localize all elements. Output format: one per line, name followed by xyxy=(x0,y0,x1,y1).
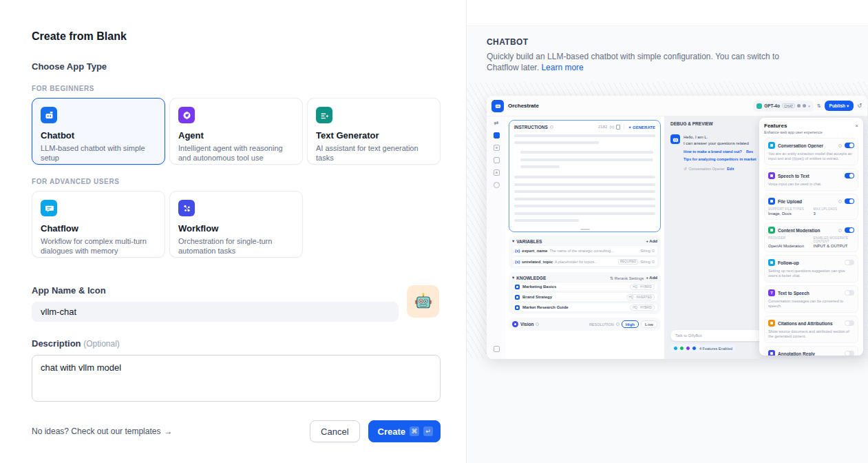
chatflow-icon xyxy=(41,200,57,216)
add-knowledge-button: + Add xyxy=(646,276,657,280)
rail-globe-icon xyxy=(494,182,500,188)
app-type-card-chatbot[interactable]: Chatbot LLM-based chatbot with simple se… xyxy=(32,98,165,165)
feature-card-conversation-opener: Conversation Opener You are an entity ex… xyxy=(764,138,858,165)
info-icon xyxy=(838,229,842,232)
opener-feature-icon xyxy=(673,346,678,351)
vision-row: Vision RESOLUTION High Low xyxy=(509,318,661,331)
create-button[interactable]: Create ⌘ ↵ xyxy=(368,420,441,442)
preview-header: Orchestrate GPT-4o CHAT ▾ ⇅ Publish ▾ ↺ xyxy=(487,96,867,116)
app-name-label: App Name & Icon xyxy=(32,285,399,296)
cancel-button[interactable]: Cancel xyxy=(310,420,359,442)
follow-up-icon xyxy=(768,259,775,266)
features-enabled-badge: 4 Features Enabled xyxy=(670,344,735,352)
app-type-card-workflow[interactable]: Workflow Orchestration for single-turn a… xyxy=(169,191,303,258)
model-provider-icon xyxy=(756,103,762,109)
text-to-speech-icon: T xyxy=(768,289,775,296)
feature-card-follow-up: Follow-up Setting up next questions sugg… xyxy=(764,255,858,282)
variable-row: {x} expert_name The name of the strategi… xyxy=(512,246,657,255)
resolution-high-option: High xyxy=(622,320,639,328)
chatbot-icon xyxy=(41,107,57,123)
templates-link[interactable]: No ideas? Check out our templates → xyxy=(32,426,172,436)
toggle-off xyxy=(845,290,854,296)
app-type-desc: Orchestration for single-turn automation… xyxy=(178,236,294,256)
info-icon xyxy=(616,322,620,326)
chat-input: Talk to DifyBot xyxy=(670,330,772,341)
app-type-name: Workflow xyxy=(178,223,294,234)
feature-card-annotation-reply: Annotation Reply xyxy=(764,346,858,356)
bot-greeting: Hello, I am L. I can answer your questio… xyxy=(684,134,756,146)
toggle-on xyxy=(845,227,854,233)
feature-card-content-moderation: Content Moderation PROVIDER ENABLED MODE… xyxy=(764,223,858,252)
info-icon xyxy=(838,144,842,147)
enter-key-icon: ↵ xyxy=(423,426,433,436)
conversation-opener-icon xyxy=(768,142,775,149)
edit-link: Edit xyxy=(727,167,734,171)
robot-emoji-icon xyxy=(414,292,433,311)
rail-notes-icon xyxy=(494,169,500,176)
choose-app-type-heading: Choose App Type xyxy=(32,61,441,72)
chevron-down-icon: ▾ xyxy=(808,104,810,108)
bot-avatar-icon xyxy=(670,134,680,144)
rail-expand-icon xyxy=(494,346,500,352)
toggle-on xyxy=(845,198,854,204)
feature-card-text-to-speech: T Text to Speech Conversation messages c… xyxy=(764,285,858,313)
app-type-card-text-generator[interactable]: Text Generator AI assistant for text gen… xyxy=(307,98,441,165)
info-icon xyxy=(536,322,539,326)
top-strip xyxy=(467,0,868,26)
toggle-on xyxy=(845,143,854,148)
description-input[interactable]: chat with vllm model xyxy=(32,355,441,402)
content-moderation-icon xyxy=(768,227,775,234)
modal-footer: No ideas? Check out our templates → Canc… xyxy=(32,420,441,442)
preview-hatch-area: Orchestrate GPT-4o CHAT ▾ ⇅ Publish ▾ ↺ xyxy=(467,82,868,359)
annotation-reply-icon xyxy=(768,350,775,356)
publish-button: Publish ▾ xyxy=(825,101,854,111)
orchestrate-title: Orchestrate xyxy=(508,103,753,109)
toggle-off xyxy=(845,320,854,326)
caret-icon: ▾ xyxy=(512,238,514,244)
vision-icon xyxy=(512,321,518,327)
info-icon xyxy=(838,200,842,203)
knowledge-section: ▾ KNOWLEDGE ⇅ Rerank Settings + Add Mark… xyxy=(509,272,661,314)
toggle-off xyxy=(845,351,854,356)
instructions-label: INSTRUCTIONS xyxy=(514,125,548,130)
features-panel: Features × Enhance web app user experien… xyxy=(759,118,863,356)
group-label-advanced: FOR ADVANCED USERS xyxy=(32,178,441,185)
caret-icon: ▾ xyxy=(512,275,514,280)
app-type-card-chatflow[interactable]: Chatflow Workflow for complex multi-turn… xyxy=(32,191,165,258)
app-type-name: Chatbot xyxy=(41,130,156,141)
app-type-desc: Intelligent agent with reasoning and aut… xyxy=(178,143,294,163)
feature-card-citations: Citations and Attributions Show source d… xyxy=(764,316,858,343)
tune-icon: ⇅ xyxy=(817,103,821,109)
app-type-card-agent[interactable]: Agent Intelligent agent with reasoning a… xyxy=(169,98,303,165)
app-type-desc: LLM-based chatbot with simple setup xyxy=(41,143,156,163)
app-name-row: App Name & Icon xyxy=(32,285,441,322)
rail-image-icon xyxy=(494,145,500,151)
mic-icon xyxy=(797,104,801,107)
variable-row: {x} unrelated_topic A placeholder for to… xyxy=(512,257,657,266)
app-type-name: Chatflow xyxy=(41,223,156,234)
optional-hint: (Optional) xyxy=(83,339,120,349)
dataset-icon xyxy=(515,285,520,289)
knowledge-row: Marketing Basics HQ · HYBRID xyxy=(512,282,657,291)
app-avatar-icon xyxy=(491,100,504,112)
app-name-input[interactable] xyxy=(32,302,399,322)
swap-icon: ⇄ xyxy=(494,121,499,126)
rail-orchestrate-icon xyxy=(494,132,500,138)
moderation-feature-icon xyxy=(679,346,684,351)
orchestrate-preview-image: Orchestrate GPT-4o CHAT ▾ ⇅ Publish ▾ ↺ xyxy=(487,96,867,359)
group-label-beginners: FOR BEGINNERS xyxy=(32,85,441,92)
rerank-settings-button: ⇅ Rerank Settings xyxy=(610,276,644,280)
workflow-icon xyxy=(178,200,195,216)
app-icon-picker[interactable] xyxy=(407,285,439,318)
feature-card-speech-to-text: Speech to Text Voice input can be used i… xyxy=(764,168,858,191)
preview-heading: CHATBOT xyxy=(487,37,840,47)
description-label: Description (Optional) xyxy=(32,338,441,349)
model-selector: GPT-4o CHAT ▾ xyxy=(753,101,814,112)
learn-more-link[interactable]: Learn more xyxy=(541,63,583,72)
resolution-low-option: Low xyxy=(641,320,657,328)
cmd-key-icon: ⌘ xyxy=(410,426,419,436)
opener-icon: ↺ xyxy=(684,167,687,171)
app-type-desc: AI assistant for text generation tasks xyxy=(316,143,432,163)
arrow-right-icon: → xyxy=(164,426,172,436)
instructions-panel: INSTRUCTIONS 2182 {x} ✦ GENERATE xyxy=(509,120,661,232)
